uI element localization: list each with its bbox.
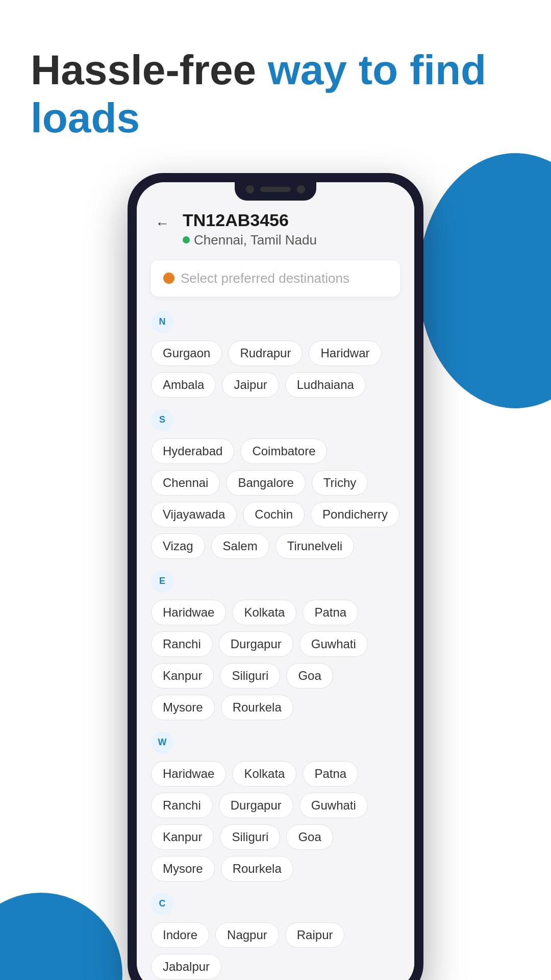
destination-chip[interactable]: Rourkela — [221, 856, 293, 881]
destination-chip[interactable]: Ambala — [151, 372, 216, 398]
screen-content: ← TN12AB3456 Chennai, Tamil Nadu Select … — [137, 182, 414, 979]
direction-icon-north: N — [151, 311, 173, 333]
destination-chip[interactable]: Jaipur — [222, 372, 279, 398]
direction-sections: NGurgaonRudrapurHaridwarAmbalaJaipurLudh… — [151, 311, 400, 979]
destination-chip[interactable]: Trichy — [312, 470, 368, 496]
phone-mockup: ← TN12AB3456 Chennai, Tamil Nadu Select … — [0, 173, 551, 980]
phone-screen: ← TN12AB3456 Chennai, Tamil Nadu Select … — [137, 182, 414, 980]
phone-body: ← TN12AB3456 Chennai, Tamil Nadu Select … — [128, 173, 423, 980]
direction-section-north: NGurgaonRudrapurHaridwarAmbalaJaipurLudh… — [151, 311, 400, 398]
destination-chip[interactable]: Ranchi — [151, 793, 213, 818]
direction-section-east: EHaridwaeKolkataPatnaRanchiDurgapurGuwha… — [151, 570, 400, 720]
destination-chip[interactable]: Bangalore — [226, 470, 305, 496]
destination-chip[interactable]: Jabalpur — [151, 954, 221, 979]
location-icon — [163, 273, 174, 284]
destination-chip[interactable]: Haridwae — [151, 600, 226, 625]
phone-notch — [235, 182, 316, 201]
chips-north: GurgaonRudrapurHaridwarAmbalaJaipurLudha… — [151, 340, 400, 398]
destination-chip[interactable]: Haridwae — [151, 761, 226, 787]
destination-chip[interactable]: Gurgaon — [151, 340, 222, 366]
destination-chip[interactable]: Cochin — [243, 502, 305, 527]
destination-chip[interactable]: Pondicherry — [311, 502, 399, 527]
online-indicator — [183, 236, 190, 243]
page-headline: Hassle-free way to find loads — [31, 46, 520, 142]
destination-chip[interactable]: Patna — [303, 761, 358, 787]
destination-chip[interactable]: Rourkela — [221, 695, 293, 720]
destination-chip[interactable]: Coimbatore — [240, 438, 327, 464]
chips-south: HyderabadCoimbatoreChennaiBangaloreTrich… — [151, 438, 400, 559]
direction-icon-central: C — [151, 893, 173, 915]
destination-search-bar[interactable]: Select preferred destinations — [151, 260, 400, 297]
destination-chip[interactable]: Mysore — [151, 695, 215, 720]
destination-chip[interactable]: Indore — [151, 922, 209, 948]
chips-east: HaridwaeKolkataPatnaRanchiDurgapurGuwhat… — [151, 600, 400, 720]
destination-chip[interactable]: Nagpur — [215, 922, 279, 948]
speaker-bar — [260, 187, 291, 192]
direction-icon-west: W — [151, 731, 173, 754]
vehicle-plate: TN12AB3456 — [183, 210, 317, 230]
destination-chip[interactable]: Ludhaiana — [285, 372, 366, 398]
direction-section-central: CIndoreNagpurRaipurJabalpur — [151, 893, 400, 979]
destination-chip[interactable]: Patna — [303, 600, 358, 625]
destination-chip[interactable]: Ranchi — [151, 631, 213, 657]
destination-chip[interactable]: Durgapur — [219, 631, 293, 657]
camera-dot — [246, 185, 254, 193]
destination-chip[interactable]: Durgapur — [219, 793, 293, 818]
destination-chip[interactable]: Hyderabad — [151, 438, 234, 464]
destination-chip[interactable]: Goa — [286, 824, 333, 850]
vehicle-location: Chennai, Tamil Nadu — [194, 232, 317, 248]
direction-section-south: SHyderabadCoimbatoreChennaiBangaloreTric… — [151, 409, 400, 559]
destination-chip[interactable]: Kanpur — [151, 663, 214, 689]
destination-chip[interactable]: Guwhati — [299, 631, 368, 657]
direction-section-west: WHaridwaeKolkataPatnaRanchiDurgapurGuwha… — [151, 731, 400, 881]
vehicle-header: ← TN12AB3456 Chennai, Tamil Nadu — [151, 210, 400, 248]
chips-west: HaridwaeKolkataPatnaRanchiDurgapurGuwhat… — [151, 761, 400, 881]
destination-chip[interactable]: Siliguri — [220, 663, 280, 689]
destination-chip[interactable]: Guwhati — [299, 793, 368, 818]
chips-central: IndoreNagpurRaipurJabalpur — [151, 922, 400, 979]
destination-chip[interactable]: Goa — [286, 663, 333, 689]
destination-chip[interactable]: Mysore — [151, 856, 215, 881]
destination-chip[interactable]: Salem — [211, 533, 269, 559]
headline-part1: Hassle-free — [31, 46, 268, 93]
destination-chip[interactable]: Kolkata — [232, 761, 296, 787]
destination-chip[interactable]: Siliguri — [220, 824, 280, 850]
camera-dot-2 — [297, 185, 305, 193]
destination-chip[interactable]: Kanpur — [151, 824, 214, 850]
destination-chip[interactable]: Chennai — [151, 470, 220, 496]
back-button[interactable]: ← — [151, 212, 173, 235]
destination-chip[interactable]: Haridwar — [309, 340, 381, 366]
search-placeholder: Select preferred destinations — [181, 271, 349, 286]
headline-section: Hassle-free way to find loads — [0, 0, 551, 163]
destination-chip[interactable]: Vijayawada — [151, 502, 237, 527]
destination-chip[interactable]: Kolkata — [232, 600, 296, 625]
direction-icon-east: E — [151, 570, 173, 593]
destination-chip[interactable]: Raipur — [285, 922, 345, 948]
direction-icon-south: S — [151, 409, 173, 431]
destination-chip[interactable]: Rudrapur — [228, 340, 303, 366]
destination-chip[interactable]: Vizag — [151, 533, 205, 559]
destination-chip[interactable]: Tirunelveli — [276, 533, 354, 559]
